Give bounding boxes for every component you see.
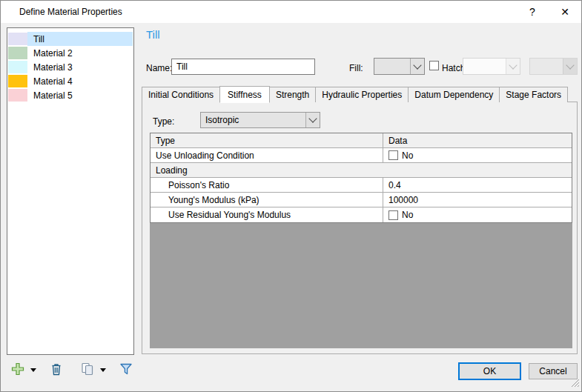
- property-checkbox[interactable]: [388, 150, 398, 160]
- titlebar: Define Material Properties ? ✕: [1, 1, 581, 23]
- tab-initial-conditions[interactable]: Initial Conditions: [142, 87, 220, 102]
- hatch-checkbox[interactable]: [429, 61, 439, 70]
- material-name: Till: [27, 32, 133, 46]
- tab-hydraulic-properties[interactable]: Hydraulic Properties: [315, 87, 409, 102]
- delete-material-button[interactable]: [50, 362, 63, 378]
- ok-button[interactable]: OK: [458, 362, 521, 380]
- table-header-row: Type Data: [151, 133, 572, 148]
- filter-funnel-icon: [119, 362, 133, 378]
- close-button[interactable]: ✕: [549, 1, 581, 23]
- material-color-swatch: [8, 47, 27, 59]
- property-value[interactable]: 0.4: [383, 178, 572, 192]
- property-tabs: Initial ConditionsStiffnessStrengthHydra…: [142, 85, 567, 102]
- name-label: Name:: [146, 63, 172, 73]
- hatch-pattern-dropdown: [463, 58, 520, 75]
- table-category-row: Loading: [151, 163, 572, 178]
- material-list-item[interactable]: Material 3: [8, 60, 133, 74]
- table-row[interactable]: Use Residual Young's Modulus No: [151, 207, 572, 222]
- material-name: Material 5: [27, 88, 133, 102]
- cancel-button[interactable]: Cancel: [529, 363, 578, 379]
- fill-label: Fill:: [349, 63, 363, 73]
- copy-material-button[interactable]: [81, 362, 106, 378]
- material-name: Material 2: [27, 46, 133, 60]
- stiffness-type-value: Isotropic: [201, 113, 305, 127]
- checkbox-value-label: No: [402, 150, 413, 161]
- type-label: Type:: [153, 116, 174, 127]
- copy-pages-icon: [81, 362, 94, 378]
- titlebar-buttons: ? ✕: [516, 1, 581, 23]
- dialog-title: Define Material Properties: [19, 7, 122, 17]
- material-list-item[interactable]: Material 2: [8, 46, 133, 60]
- add-material-button[interactable]: [11, 362, 36, 378]
- tab-datum-dependency[interactable]: Datum Dependency: [408, 87, 500, 102]
- chevron-down-icon[interactable]: [410, 59, 424, 74]
- stiffness-type-dropdown[interactable]: Isotropic: [200, 112, 320, 128]
- table-empty-filler: [150, 223, 572, 348]
- stiffness-tab-page: Type: Isotropic Type Data Use Unloading …: [142, 102, 578, 354]
- tab-stage-factors[interactable]: Stage Factors: [499, 87, 568, 102]
- property-value[interactable]: 100000: [383, 193, 572, 207]
- material-list[interactable]: Till Material 2 Material 3 Material 4 Ma…: [7, 27, 134, 355]
- property-label: Use Unloading Condition: [151, 148, 383, 162]
- material-name: Material 3: [27, 60, 133, 74]
- resize-grip[interactable]: [570, 378, 580, 390]
- hatch-color-dropdown: [529, 58, 578, 75]
- property-checkbox[interactable]: [388, 210, 398, 220]
- tab-strength[interactable]: Strength: [269, 87, 316, 102]
- filter-materials-button[interactable]: [119, 362, 133, 378]
- property-label: Use Residual Young's Modulus: [151, 207, 383, 222]
- material-color-swatch: [8, 89, 27, 102]
- chevron-down-icon: [563, 59, 577, 74]
- material-list-toolbar: [11, 362, 133, 378]
- material-color-swatch: [8, 33, 27, 45]
- checkbox-value-label: No: [402, 210, 413, 220]
- green-plus-icon: [11, 362, 24, 378]
- chevron-down-icon: [506, 59, 520, 74]
- material-list-item[interactable]: Material 4: [8, 74, 133, 88]
- name-input[interactable]: [171, 59, 315, 75]
- material-list-item[interactable]: Till: [8, 32, 133, 46]
- category-label: Loading: [151, 163, 572, 177]
- material-color-swatch: [8, 61, 27, 73]
- add-dropdown-arrow-icon[interactable]: [30, 368, 36, 372]
- property-label: Poisson's Ratio: [151, 178, 383, 192]
- column-header-data: Data: [383, 133, 572, 147]
- chevron-down-icon[interactable]: [305, 113, 320, 127]
- fill-color-dropdown[interactable]: [374, 58, 425, 75]
- fill-color-swatch: [374, 59, 410, 74]
- material-name: Material 4: [27, 74, 133, 88]
- help-button[interactable]: ?: [516, 1, 549, 23]
- stiffness-properties-table: Type Data Use Unloading Condition No Loa…: [150, 133, 572, 223]
- material-color-swatch: [8, 75, 27, 87]
- table-row[interactable]: Young's Modulus (kPa) 100000: [151, 193, 572, 207]
- trash-can-icon: [50, 362, 63, 378]
- table-row[interactable]: Poisson's Ratio 0.4: [151, 178, 572, 193]
- material-list-item[interactable]: Material 5: [8, 88, 133, 102]
- property-label: Young's Modulus (kPa): [151, 193, 383, 207]
- selected-material-heading: Till: [146, 28, 160, 41]
- copy-dropdown-arrow-icon[interactable]: [100, 368, 106, 372]
- table-row[interactable]: Use Unloading Condition No: [151, 148, 572, 163]
- define-material-properties-dialog: Define Material Properties ? ✕ Till Mate…: [0, 0, 582, 392]
- column-header-type: Type: [151, 133, 383, 147]
- tab-stiffness[interactable]: Stiffness: [219, 86, 270, 103]
